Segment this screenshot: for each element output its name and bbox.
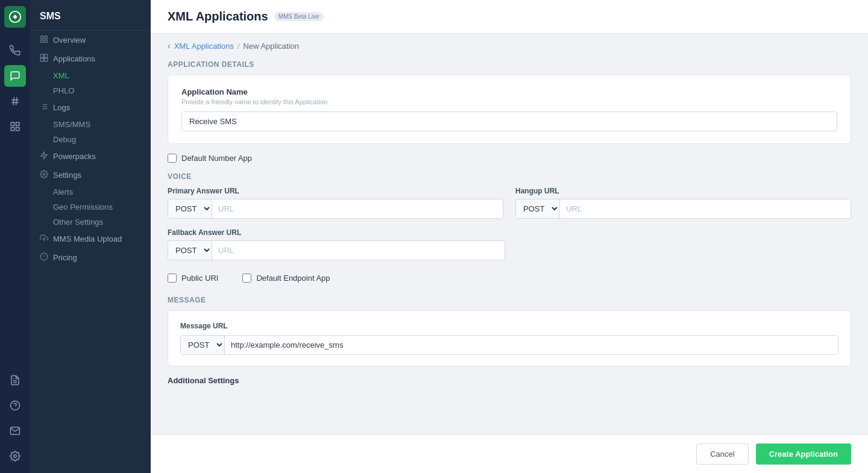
page-title: XML Applications [168,10,268,23]
svg-line-3 [13,97,14,105]
default-endpoint-checkbox[interactable] [242,274,251,283]
svg-line-4 [16,97,17,105]
settings-icon[interactable] [4,445,26,467]
app-name-hint: Provide a friendly name to identify this… [181,98,837,105]
mail-icon[interactable] [4,420,26,442]
alerts-label: Alerts [53,187,73,196]
sidebar-item-alerts[interactable]: Alerts [30,184,151,199]
other-label: Other Settings [53,218,103,227]
settings-label: Settings [53,171,81,180]
fallback-url-method[interactable]: POST GET [168,241,212,260]
hangup-url-method[interactable]: POST GET [516,199,560,218]
message-card: Message URL POST GET [168,310,851,366]
sidebar-item-overview[interactable]: Overview [30,31,151,49]
sidebar-item-other[interactable]: Other Settings [30,215,151,230]
sidebar-item-pricing[interactable]: Pricing [30,248,151,267]
public-uri-checkbox[interactable] [168,274,177,283]
primary-answer-url-input[interactable] [212,199,503,218]
default-endpoint-row: Default Endpoint App [242,274,330,283]
applications-icon [40,54,48,64]
mms-label: MMS Media Upload [53,234,122,243]
sidebar-title: SMS [30,0,151,31]
sidebar-item-phlo[interactable]: PHLO [30,83,151,98]
hash-icon[interactable] [4,90,26,112]
logs-label: Logs [53,103,70,112]
hangup-url-input-row: POST GET [515,199,851,219]
app-name-input[interactable] [181,111,837,131]
svg-marker-28 [41,152,48,159]
fallback-url-input-row: POST GET [168,240,505,260]
breadcrumb-back[interactable]: XML Applications [174,42,234,51]
primary-answer-url-method[interactable]: POST GET [168,199,212,218]
fallback-url-input[interactable] [212,241,505,260]
svg-rect-21 [45,58,48,61]
svg-point-13 [14,455,17,458]
back-arrow-icon: ‹ [168,41,171,51]
sidebar-item-geo[interactable]: Geo Permissions [30,199,151,215]
message-url-method[interactable]: POST GET [181,336,225,354]
voice-checkboxes: Public URI Default Endpoint App [168,269,851,286]
brand-logo[interactable] [4,6,26,28]
hangup-url-input[interactable] [560,199,851,218]
content-area: Application Details Application Name Pro… [151,58,868,473]
default-number-app-row: Default Number App [168,154,851,163]
geo-label: Geo Permissions [53,202,113,211]
smsmms-label: SMS/MMS [53,120,90,129]
sms-icon[interactable] [4,65,26,87]
overview-label: Overview [53,36,86,45]
svg-rect-14 [41,36,43,39]
svg-rect-18 [40,54,43,57]
powerpacks-icon [40,151,48,161]
sidebar-item-smsmms[interactable]: SMS/MMS [30,117,151,132]
mms-icon [40,234,48,244]
public-uri-row: Public URI [168,274,218,283]
message-section: Message Message URL POST GET [168,296,851,366]
additional-settings: Additional Settings [168,376,851,385]
primary-answer-url-group: Primary Answer URL POST GET [168,187,503,219]
public-uri-label: Public URI [181,274,218,283]
sidebar-item-applications[interactable]: Applications [30,49,151,68]
svg-rect-7 [16,128,19,131]
primary-answer-url-label: Primary Answer URL [168,187,503,195]
flow-icon[interactable] [4,116,26,137]
hangup-url-label: Hangup URL [515,187,851,195]
primary-answer-url-input-row: POST GET [168,199,503,219]
xml-label: XML [53,71,69,80]
svg-rect-15 [45,36,47,39]
phone-icon[interactable] [4,40,26,61]
cancel-button[interactable]: Cancel [696,443,748,465]
overview-icon [40,35,48,45]
primary-hangup-row: Primary Answer URL POST GET Hangup URL P… [168,187,851,219]
create-application-button[interactable]: Create Application [756,443,851,465]
application-name-card: Application Name Provide a friendly name… [168,75,851,144]
message-url-label: Message URL [180,322,838,330]
message-url-input[interactable] [225,336,838,354]
logs-icon [40,102,48,113]
sidebar-item-debug[interactable]: Debug [30,132,151,147]
svg-rect-19 [45,54,48,57]
page-badge: MMS Beta Live [274,12,324,21]
footer-bar: Cancel Create Application [151,434,868,473]
default-number-app-label: Default Number App [181,154,252,163]
svg-rect-20 [40,58,43,61]
settings-gear-icon [40,170,48,180]
fallback-answer-url-label: Fallback Answer URL [168,228,505,237]
sidebar-item-mms[interactable]: MMS Media Upload [30,230,151,248]
pricing-icon [40,252,48,263]
help-icon[interactable] [4,395,26,416]
main-content: XML Applications MMS Beta Live ‹ XML App… [151,0,868,473]
sidebar-item-powerpacks[interactable]: Powerpacks [30,147,151,166]
sidebar-item-settings[interactable]: Settings [30,166,151,184]
default-number-app-checkbox[interactable] [168,154,177,163]
application-details-label: Application Details [168,60,851,69]
sidebar-item-xml[interactable]: XML [30,68,151,83]
pricing-label: Pricing [53,253,77,262]
svg-point-29 [43,173,45,175]
message-url-input-row: POST GET [180,335,838,355]
powerpacks-label: Powerpacks [53,152,96,161]
hangup-url-group: Hangup URL POST GET [515,187,851,219]
sidebar-item-logs[interactable]: Logs [30,98,151,117]
applications-label: Applications [53,54,95,63]
icon-bar [0,0,30,473]
reports-icon[interactable] [4,369,26,391]
